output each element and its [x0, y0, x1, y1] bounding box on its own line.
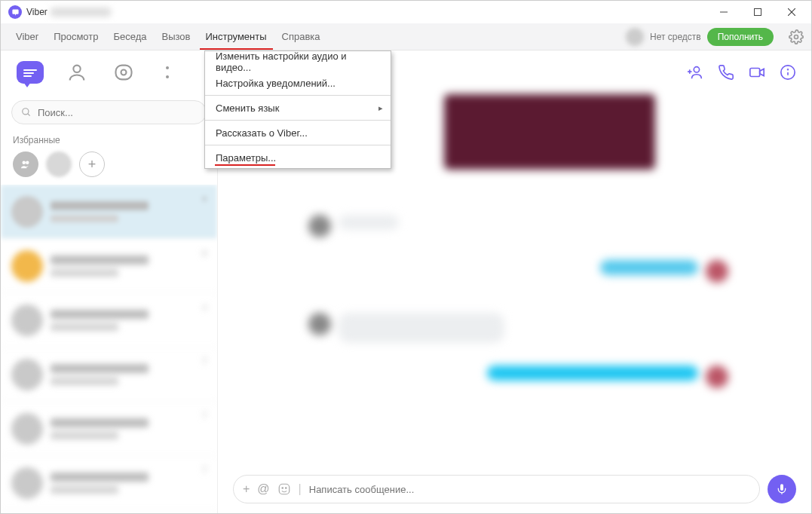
sticker-icon[interactable] [277, 482, 291, 496]
sidebar: Избранные + в в к 7 7 7 [1, 50, 218, 513]
menu-view[interactable]: Просмотр [46, 28, 106, 45]
more-icon [163, 62, 178, 83]
discover-icon [113, 62, 134, 83]
voice-message-button[interactable] [768, 475, 796, 503]
svg-rect-6 [116, 66, 132, 80]
svg-point-23 [285, 488, 286, 489]
svg-rect-17 [750, 69, 760, 77]
svg-point-14 [694, 67, 699, 72]
info-icon[interactable] [780, 64, 796, 81]
search-box[interactable] [11, 100, 207, 124]
svg-point-10 [23, 109, 29, 115]
chat-item[interactable]: 7 [1, 456, 217, 510]
minimize-button[interactable] [706, 1, 740, 23]
svg-point-12 [23, 161, 26, 165]
voice-call-icon[interactable] [718, 64, 734, 81]
svg-point-4 [795, 35, 798, 38]
chat-item[interactable]: к [1, 293, 217, 347]
dd-separator [205, 145, 391, 145]
svg-point-13 [26, 161, 29, 165]
topup-button[interactable]: Пополнить [707, 28, 774, 46]
chat-list: в в к 7 7 7 [1, 185, 217, 513]
video-call-icon[interactable] [748, 64, 766, 81]
dd-tell-about-viber[interactable]: Рассказать о Viber... [205, 122, 391, 143]
favorite-add-button[interactable]: + [79, 151, 105, 177]
svg-rect-1 [754, 9, 761, 16]
favorites-label: Избранные [1, 130, 217, 147]
tab-chats[interactable] [7, 50, 54, 94]
favorite-group[interactable] [13, 151, 38, 177]
chat-item[interactable]: в [1, 239, 217, 293]
close-button[interactable] [774, 1, 808, 23]
svg-point-20 [788, 69, 789, 70]
window-title: Viber [26, 7, 47, 17]
balance-label: Нет средств [650, 32, 701, 42]
svg-point-5 [73, 66, 80, 72]
dd-change-language[interactable]: Сменить язык [205, 97, 391, 118]
viber-logo-icon [8, 5, 22, 19]
svg-line-11 [28, 114, 30, 116]
user-avatar[interactable] [626, 28, 644, 46]
dd-preferences[interactable]: Параметры... [205, 147, 391, 168]
svg-point-8 [166, 66, 169, 69]
menubar: Viber Просмотр Беседа Вызов Инструменты … [1, 23, 811, 50]
menu-tools[interactable]: Инструменты [198, 28, 274, 45]
svg-point-9 [166, 75, 169, 78]
svg-rect-21 [279, 484, 290, 494]
chat-item[interactable]: в [1, 185, 217, 239]
favorite-contact[interactable] [46, 151, 72, 177]
menu-call[interactable]: Вызов [155, 28, 198, 45]
compose-box[interactable]: + @ | [233, 475, 760, 503]
dd-separator [205, 95, 391, 96]
chat-item[interactable]: 7 [1, 402, 217, 456]
settings-gear-icon[interactable] [789, 29, 804, 44]
menu-help[interactable]: Справка [274, 28, 328, 45]
dd-separator [205, 120, 391, 121]
contact-icon [66, 62, 87, 83]
tools-dropdown: Изменить настройки аудио и видео... Наст… [204, 50, 391, 169]
svg-point-7 [121, 70, 127, 75]
chats-icon [17, 61, 44, 84]
chat-item[interactable]: 7 [1, 347, 217, 402]
menu-chat[interactable]: Беседа [106, 28, 155, 45]
search-icon [21, 107, 32, 118]
composer: + @ | [218, 474, 811, 513]
search-input[interactable] [38, 107, 197, 118]
window-title-redacted [51, 8, 111, 17]
svg-point-22 [282, 488, 283, 489]
attach-plus-icon[interactable]: + [243, 482, 250, 496]
titlebar: Viber [1, 1, 811, 23]
dd-notification-settings[interactable]: Настройка уведомлений... [205, 72, 391, 93]
tab-more[interactable] [147, 50, 194, 94]
compose-input[interactable] [309, 484, 750, 495]
tab-contacts[interactable] [54, 50, 100, 94]
add-contact-icon[interactable] [688, 64, 704, 81]
menu-viber[interactable]: Viber [8, 28, 46, 45]
dd-audio-video-settings[interactable]: Изменить настройки аудио и видео... [205, 51, 391, 72]
mention-icon[interactable]: @ [257, 482, 269, 496]
maximize-button[interactable] [740, 1, 774, 23]
tab-discover[interactable] [100, 50, 147, 94]
